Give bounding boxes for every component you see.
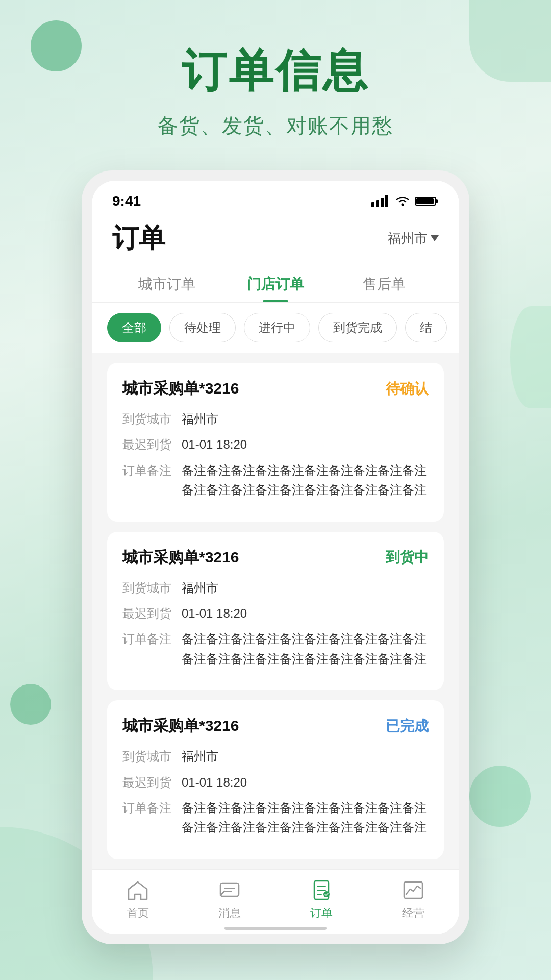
phone-screen: 9:41 bbox=[92, 181, 459, 934]
filter-all[interactable]: 全部 bbox=[107, 313, 161, 342]
page-title: 订单信息 bbox=[182, 41, 369, 102]
order-1-header: 城市采购单*3216 待确认 bbox=[122, 378, 429, 399]
svg-rect-1 bbox=[376, 200, 379, 207]
signal-icon bbox=[371, 195, 390, 207]
order-2-id: 城市采购单*3216 bbox=[122, 547, 239, 568]
order-1-city-label: 到货城市 bbox=[122, 409, 173, 429]
order-2-city-label: 到货城市 bbox=[122, 578, 173, 598]
order-3-city-row: 到货城市 福州市 bbox=[122, 747, 429, 766]
nav-message-label: 消息 bbox=[218, 905, 241, 921]
tab-city-order-label: 城市订单 bbox=[138, 276, 195, 292]
order-card-3[interactable]: 城市采购单*3216 已完成 到货城市 福州市 最迟到货 01-01 18:20… bbox=[107, 700, 444, 859]
svg-rect-8 bbox=[220, 883, 239, 896]
tab-bar: 城市订单 门店订单 售后单 bbox=[92, 266, 459, 303]
filter-more[interactable]: 结 bbox=[405, 313, 447, 342]
status-bar: 9:41 bbox=[92, 181, 459, 215]
nav-order-label: 订单 bbox=[310, 905, 333, 921]
app-header: 订单 福州市 bbox=[92, 215, 459, 266]
filter-in-progress[interactable]: 进行中 bbox=[244, 313, 310, 342]
order-3-id: 城市采购单*3216 bbox=[122, 716, 239, 737]
tab-store-order[interactable]: 门店订单 bbox=[221, 266, 330, 302]
order-1-id: 城市采购单*3216 bbox=[122, 378, 239, 399]
wifi-icon bbox=[394, 195, 411, 207]
order-1-note-value: 备注备注备注备注备注备注备注备注备注备注备注备注备注备注备注备注备注备注备注备注 bbox=[182, 461, 429, 500]
order-3-note-label: 订单备注 bbox=[122, 798, 173, 818]
location-arrow-icon bbox=[431, 235, 439, 241]
nav-message[interactable]: 消息 bbox=[184, 878, 276, 921]
home-indicator bbox=[92, 926, 459, 934]
order-3-city-label: 到货城市 bbox=[122, 747, 173, 766]
location-text: 福州市 bbox=[388, 230, 428, 248]
order-1-note-row: 订单备注 备注备注备注备注备注备注备注备注备注备注备注备注备注备注备注备注备注备… bbox=[122, 461, 429, 500]
order-2-note-row: 订单备注 备注备注备注备注备注备注备注备注备注备注备注备注备注备注备注备注备注备… bbox=[122, 629, 429, 669]
business-icon bbox=[401, 878, 425, 902]
order-2-status: 到货中 bbox=[386, 548, 429, 567]
order-2-time-value: 01-01 18:20 bbox=[182, 604, 429, 623]
filter-bar: 全部 待处理 进行中 到货完成 结 bbox=[92, 303, 459, 353]
order-card-1[interactable]: 城市采购单*3216 待确认 到货城市 福州市 最迟到货 01-01 18:20… bbox=[107, 363, 444, 522]
svg-rect-7 bbox=[416, 198, 434, 204]
nav-order[interactable]: 订单 bbox=[276, 878, 367, 921]
order-3-note-row: 订单备注 备注备注备注备注备注备注备注备注备注备注备注备注备注备注备注备注备注备… bbox=[122, 798, 429, 838]
home-icon bbox=[126, 878, 150, 902]
filter-pending[interactable]: 待处理 bbox=[169, 313, 236, 342]
order-2-city-value: 福州市 bbox=[182, 578, 429, 598]
header-location[interactable]: 福州市 bbox=[388, 230, 439, 248]
message-icon bbox=[217, 878, 242, 902]
nav-business[interactable]: 经营 bbox=[367, 878, 459, 921]
battery-icon bbox=[415, 195, 439, 207]
svg-rect-6 bbox=[436, 199, 438, 203]
order-card-2[interactable]: 城市采购单*3216 到货中 到货城市 福州市 最迟到货 01-01 18:20… bbox=[107, 532, 444, 691]
order-2-note-label: 订单备注 bbox=[122, 629, 173, 649]
tab-city-order[interactable]: 城市订单 bbox=[112, 266, 221, 302]
svg-rect-0 bbox=[371, 202, 374, 207]
order-1-status: 待确认 bbox=[386, 379, 429, 399]
nav-home-label: 首页 bbox=[127, 905, 149, 921]
tab-after-sale-label: 售后单 bbox=[363, 276, 406, 292]
order-icon bbox=[309, 878, 334, 902]
nav-business-label: 经营 bbox=[402, 905, 424, 921]
status-time: 9:41 bbox=[112, 193, 141, 209]
svg-point-4 bbox=[402, 204, 404, 206]
page-container: 订单信息 备货、发货、对账不用愁 9:41 bbox=[0, 0, 551, 944]
order-2-time-label: 最迟到货 bbox=[122, 604, 173, 623]
order-3-status: 已完成 bbox=[386, 717, 429, 736]
order-3-time-value: 01-01 18:20 bbox=[182, 773, 429, 792]
header-title: 订单 bbox=[112, 220, 165, 256]
tab-store-order-label: 门店订单 bbox=[247, 276, 304, 292]
order-1-city-value: 福州市 bbox=[182, 409, 429, 429]
order-3-time-row: 最迟到货 01-01 18:20 bbox=[122, 773, 429, 792]
order-1-time-value: 01-01 18:20 bbox=[182, 435, 429, 454]
bottom-nav: 首页 消息 bbox=[92, 869, 459, 926]
home-bar bbox=[224, 927, 327, 930]
order-1-note-label: 订单备注 bbox=[122, 461, 173, 480]
order-2-city-row: 到货城市 福州市 bbox=[122, 578, 429, 598]
order-1-time-label: 最迟到货 bbox=[122, 435, 173, 454]
phone-mockup: 9:41 bbox=[82, 170, 469, 944]
svg-rect-3 bbox=[385, 195, 388, 207]
order-3-header: 城市采购单*3216 已完成 bbox=[122, 716, 429, 737]
order-2-note-value: 备注备注备注备注备注备注备注备注备注备注备注备注备注备注备注备注备注备注备注备注 bbox=[182, 629, 429, 669]
svg-rect-2 bbox=[381, 198, 384, 207]
order-2-header: 城市采购单*3216 到货中 bbox=[122, 547, 429, 568]
filter-arrived[interactable]: 到货完成 bbox=[318, 313, 397, 342]
order-3-time-label: 最迟到货 bbox=[122, 773, 173, 792]
tab-after-sale[interactable]: 售后单 bbox=[330, 266, 439, 302]
order-2-time-row: 最迟到货 01-01 18:20 bbox=[122, 604, 429, 623]
order-3-city-value: 福州市 bbox=[182, 747, 429, 766]
order-3-note-value: 备注备注备注备注备注备注备注备注备注备注备注备注备注备注备注备注备注备注备注备注 bbox=[182, 798, 429, 838]
page-subtitle: 备货、发货、对账不用愁 bbox=[158, 112, 393, 140]
nav-home[interactable]: 首页 bbox=[92, 878, 184, 921]
order-1-city-row: 到货城市 福州市 bbox=[122, 409, 429, 429]
status-icons bbox=[371, 195, 439, 207]
order-1-time-row: 最迟到货 01-01 18:20 bbox=[122, 435, 429, 454]
order-list: 城市采购单*3216 待确认 到货城市 福州市 最迟到货 01-01 18:20… bbox=[92, 353, 459, 869]
